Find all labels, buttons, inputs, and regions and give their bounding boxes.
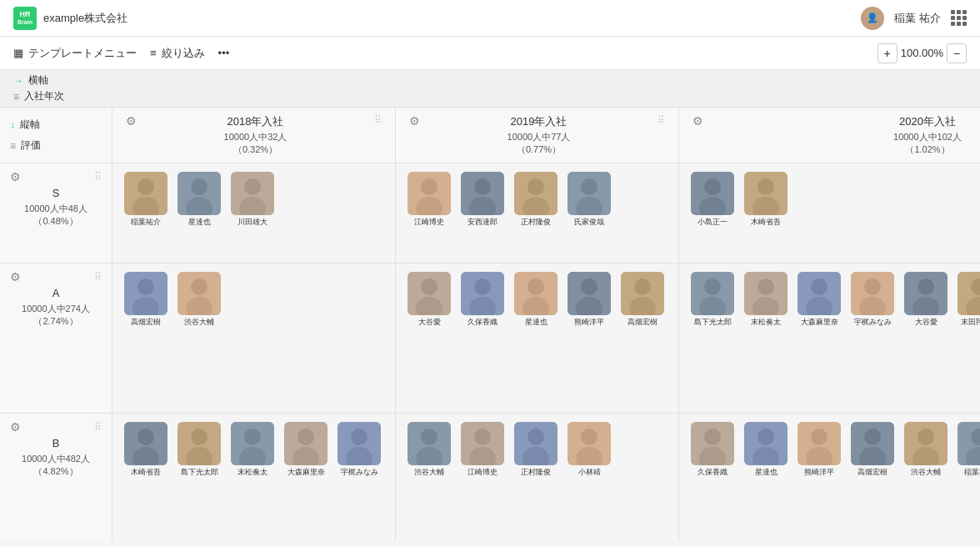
drag-handle-icon[interactable]: ⠿ [94,271,102,283]
list-item[interactable]: 木崎省吾 [122,422,169,477]
person-name: 稲葉祐介 [964,468,980,477]
list-item[interactable]: 末松奏太 [229,422,276,477]
list-item[interactable]: 宇梶みなみ [849,272,896,327]
list-item[interactable]: 渋谷大輔 [902,422,949,477]
list-item[interactable]: 安西達郎 [459,172,506,227]
drag-handle-icon[interactable]: ⠿ [94,171,102,183]
col-gear-icon[interactable]: ⚙ [692,114,703,128]
col-header-2: ⚙ 2020年入社 10000人中102人（1.02%） ⠿ [679,108,980,163]
list-item[interactable]: 熊崎洋平 [566,272,612,327]
list-item[interactable]: 末田翔太郎 [956,272,980,327]
gear-icon[interactable]: ⚙ [10,420,21,434]
sidebar-row-count: 10000人中274人（2.74%） [10,303,102,329]
person-avatar [744,272,788,315]
zoom-out-button[interactable]: − [947,43,967,63]
list-item[interactable]: 稲葉祐介 [956,422,980,477]
list-item[interactable]: 大谷愛 [902,272,949,327]
list-item[interactable]: 稲葉祐介 [122,172,169,227]
col-header-inner: 2020年入社 10000人中102人（1.02%） [703,114,980,156]
list-item[interactable]: 久保香織 [689,422,736,477]
person-avatar [744,172,788,215]
list-item[interactable]: 大谷愛 [406,272,452,327]
list-item[interactable]: 星達也 [176,172,222,227]
filter-button[interactable]: ≡ 絞り込み [150,46,205,61]
col-gear-icon[interactable]: ⚙ [409,114,420,128]
template-menu-button[interactable]: ▦ テンプレートメニュー [13,46,137,61]
list-item[interactable]: 島下光太郎 [176,422,222,477]
svg-point-16 [138,429,154,445]
person-avatar [408,422,451,465]
header-left: HR Brain example株式会社 [13,7,128,30]
col-drag-handle-icon[interactable]: ⠿ [658,114,665,126]
list-item[interactable]: 江崎博史 [406,172,452,227]
sidebar-row-top: ⚙ ⠿ [10,270,102,284]
list-item[interactable]: 渋谷大輔 [406,422,452,477]
cell-1-1: 大谷愛 久保香織 星達也 [396,263,678,414]
person-name: 星達也 [755,468,778,477]
cell-persons: 稲葉祐介 星達也 川田雄 [122,172,385,227]
cell-0-1: 高畑宏樹 渋谷大輔 [112,263,395,414]
list-item[interactable]: 星達也 [742,422,789,477]
gear-icon[interactable]: ⚙ [10,270,21,284]
list-item[interactable]: 川田雄大 [229,172,276,227]
person-name: 正村隆俊 [521,218,551,227]
list-item[interactable]: 小島正一 [689,172,736,227]
list-item[interactable]: 大森麻里奈 [796,272,842,327]
company-name: example株式会社 [43,11,128,26]
col-count: 10000人中77人（0.77%） [420,131,658,156]
list-item[interactable]: 高畑宏樹 [122,272,169,327]
template-icon: ▦ [13,47,23,59]
svg-point-100 [758,429,774,445]
person-avatar [461,172,504,215]
sidebar-row-S: ⚙ ⠿ S 10000人中48人（0.48%） [0,163,112,263]
list-item[interactable]: 小林靖 [566,422,612,477]
svg-point-25 [298,429,314,445]
content: ⚙ 2018年入社 10000人中32人（0.32%） ⠿ 稲葉祐介 [112,108,980,541]
list-item[interactable]: 久保香織 [459,272,506,327]
zoom-in-button[interactable]: + [878,43,898,63]
vertical-axis-sub-row: ≡ 評価 [10,135,102,156]
col-gear-icon[interactable]: ⚙ [126,114,137,128]
person-avatar [851,272,894,315]
list-item[interactable]: 末松奏太 [742,272,789,327]
gear-icon[interactable]: ⚙ [10,170,21,183]
avatar: 👤 [861,7,884,30]
col-header-1: ⚙ 2019年入社 10000人中77人（0.77%） ⠿ [396,108,678,163]
person-name: 久保香織 [468,318,498,327]
list-item[interactable]: 正村隆俊 [512,172,559,227]
person-name: 宇梶みなみ [341,468,378,477]
person-avatar [904,272,948,315]
list-item[interactable]: 熊崎洋平 [796,422,842,477]
col-count: 10000人中102人（1.02%） [703,131,980,156]
list-item[interactable]: 島下光太郎 [689,272,736,327]
col-drag-handle-icon[interactable]: ⠿ [374,114,382,126]
more-icon: ••• [218,47,230,59]
list-item[interactable]: 星達也 [512,272,559,327]
sidebar-row-count: 10000人中482人（4.82%） [10,453,102,479]
list-item[interactable]: 高畑宏樹 [849,422,896,477]
app-grid-icon[interactable] [951,10,967,26]
more-options-button[interactable]: ••• [218,47,230,59]
person-avatar [621,272,664,315]
svg-point-34 [474,178,491,195]
cell-persons: 島下光太郎 末松奏太 大 [689,272,980,327]
list-item[interactable]: 正村隆俊 [512,422,559,477]
drag-handle-icon[interactable]: ⠿ [94,421,102,433]
list-item[interactable]: 渋谷大輔 [176,272,222,327]
svg-point-10 [138,279,154,295]
horizontal-axis-row: → 横軸 [13,73,967,88]
list-item[interactable]: 氏家俊哉 [566,172,612,227]
list-item[interactable]: 木崎省吾 [742,172,789,227]
cell-persons: 渋谷大輔 江崎博史 正村 [406,422,668,477]
list-item[interactable]: 江崎博史 [459,422,506,477]
person-name: 小島正一 [698,218,728,227]
person-avatar [178,172,221,215]
person-name: 高畑宏樹 [131,318,161,327]
list-item[interactable]: 大森麻里奈 [282,422,329,477]
cell-1-2: 渋谷大輔 江崎博史 正村 [396,414,678,541]
axis-bar: → 横軸 ≡ 入社年次 [0,70,980,108]
zoom-level: 100.00% [901,47,943,59]
cell-2-1: 島下光太郎 末松奏太 大 [679,263,980,414]
list-item[interactable]: 高畑宏樹 [619,272,666,327]
list-item[interactable]: 宇梶みなみ [336,422,382,477]
